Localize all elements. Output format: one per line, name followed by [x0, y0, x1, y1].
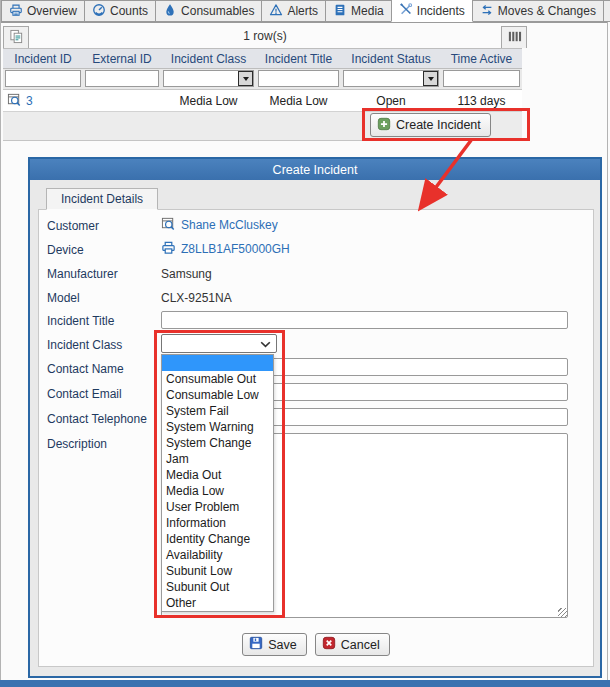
manufacturer-label: Manufacturer [47, 267, 118, 281]
columns-button[interactable] [501, 26, 527, 48]
device-label: Device [47, 243, 84, 257]
cancel-label: Cancel [341, 638, 380, 652]
incident-id-link[interactable]: 3 [26, 94, 33, 108]
media-icon [333, 3, 347, 20]
row-count-text: 1 row(s) [3, 29, 527, 43]
dropdown-option[interactable]: Subunit Low [162, 563, 273, 579]
tab-label: Overview [27, 4, 77, 18]
dialog-title: Create Incident [30, 159, 600, 180]
tab-label: Consumables [181, 4, 254, 18]
alert-icon [269, 3, 283, 20]
customer-link[interactable]: Shane McCluskey [181, 218, 278, 232]
cancel-button[interactable]: Cancel [315, 633, 390, 656]
column-header[interactable]: External ID [83, 49, 161, 68]
caret-down-icon [243, 77, 249, 81]
filter-external-id-input[interactable] [85, 70, 159, 87]
time-active-cell: 113 days [441, 90, 522, 111]
tab-alerts[interactable]: Alerts [261, 0, 326, 22]
tab-label: Moves & Changes [498, 4, 596, 18]
column-header[interactable]: Incident Status [341, 49, 441, 68]
column-header[interactable]: Incident ID [3, 49, 83, 68]
incident-class-label: Incident Class [47, 338, 122, 352]
save-button[interactable]: Save [242, 633, 307, 656]
dropdown-option[interactable]: System Fail [162, 403, 273, 419]
model-label: Model [47, 291, 80, 305]
swap-arrows-icon [480, 3, 494, 20]
tab-incidents[interactable]: Incidents [391, 0, 473, 22]
save-icon [249, 636, 263, 653]
columns-icon [507, 29, 522, 47]
filter-incident-status-dropdown-button[interactable] [423, 71, 438, 86]
tab-media[interactable]: Media [325, 0, 392, 22]
tab-incident-details[interactable]: Incident Details [46, 188, 158, 210]
table-filter-row [3, 69, 522, 90]
dropdown-option[interactable] [162, 355, 273, 371]
dropdown-option[interactable]: Information [162, 515, 273, 531]
bottom-accent-bar [0, 680, 610, 687]
view-incident-icon[interactable] [7, 92, 22, 110]
table-row[interactable]: 3 Media Low Media Low Open 113 days [3, 90, 522, 112]
create-incident-dialog: Create Incident Incident Details Custome… [28, 157, 602, 678]
customer-lookup-icon[interactable] [161, 216, 176, 234]
customer-label: Customer [47, 219, 99, 233]
filter-time-active-input[interactable] [443, 70, 520, 87]
dropdown-option[interactable]: System Warning [162, 419, 273, 435]
window-border-left [0, 0, 1, 681]
tab-overview[interactable]: Overview [1, 0, 85, 22]
dropdown-option[interactable]: System Change [162, 435, 273, 451]
dropdown-option[interactable]: Media Out [162, 467, 273, 483]
filter-incident-class-dropdown-button[interactable] [238, 71, 253, 86]
device-value: Z8LLB1AF50000GH [161, 240, 290, 258]
table-toolbar: 1 row(s) [3, 26, 527, 48]
tab-label: Alerts [287, 4, 318, 18]
tab-label: Media [351, 4, 384, 18]
model-value: CLX-9251NA [161, 291, 232, 305]
dropdown-option[interactable]: Other [162, 595, 273, 611]
contact-email-label: Contact Email [47, 387, 122, 401]
filter-incident-id-input[interactable] [5, 70, 81, 87]
incident-title-input[interactable] [161, 311, 568, 329]
tab-counts[interactable]: Counts [84, 0, 156, 22]
incident-class-options-list: Consumable Out Consumable Low System Fai… [161, 354, 274, 612]
tab-costs[interactable]: $ Costs [603, 0, 610, 22]
dropdown-option[interactable]: Subunit Out [162, 579, 273, 595]
incident-status-cell: Open [341, 90, 441, 111]
gauge-icon [92, 3, 106, 20]
column-header[interactable]: Time Active [441, 49, 522, 68]
dropdown-option[interactable]: Consumable Out [162, 371, 273, 387]
app-window: Overview Counts Consumables Alerts Media… [0, 0, 610, 687]
main-tab-bar: Overview Counts Consumables Alerts Media… [1, 0, 607, 23]
tab-moves-changes[interactable]: Moves & Changes [472, 0, 604, 22]
incident-class-cell: Media Low [161, 90, 256, 111]
contact-name-label: Contact Name [47, 362, 124, 376]
incident-details-panel: Customer Shane McCluskey Device Z8LLB1AF… [38, 209, 594, 667]
save-label: Save [268, 638, 297, 652]
column-header[interactable]: Incident Title [256, 49, 341, 68]
customer-value: Shane McCluskey [161, 216, 278, 234]
create-incident-label: Create Incident [396, 118, 481, 132]
dropdown-option[interactable]: Consumable Low [162, 387, 273, 403]
column-header[interactable]: Incident Class [161, 49, 256, 68]
dropdown-option[interactable]: Availability [162, 547, 273, 563]
dropdown-option[interactable]: Jam [162, 451, 273, 467]
dropdown-option[interactable]: User Problem [162, 499, 273, 515]
plus-icon [377, 117, 391, 134]
caret-down-icon [428, 77, 434, 81]
tools-icon [399, 2, 413, 19]
dropdown-option[interactable]: Identity Change [162, 531, 273, 547]
device-link[interactable]: Z8LLB1AF50000GH [181, 242, 290, 256]
external-id-cell [83, 90, 161, 111]
tab-label: Counts [110, 4, 148, 18]
contact-telephone-label: Contact Telephone [47, 412, 147, 426]
dropdown-option[interactable]: Media Low [162, 483, 273, 499]
incident-class-select[interactable] [161, 334, 277, 353]
device-printer-icon[interactable] [161, 240, 176, 258]
dialog-button-row: Save Cancel [39, 633, 593, 656]
tab-label: Incidents [417, 4, 465, 18]
printer-icon [9, 3, 23, 20]
create-incident-button[interactable]: Create Incident [370, 113, 491, 137]
incident-title-cell: Media Low [256, 90, 341, 111]
filter-incident-title-input[interactable] [258, 70, 339, 87]
cancel-icon [322, 636, 336, 653]
tab-consumables[interactable]: Consumables [155, 0, 262, 22]
